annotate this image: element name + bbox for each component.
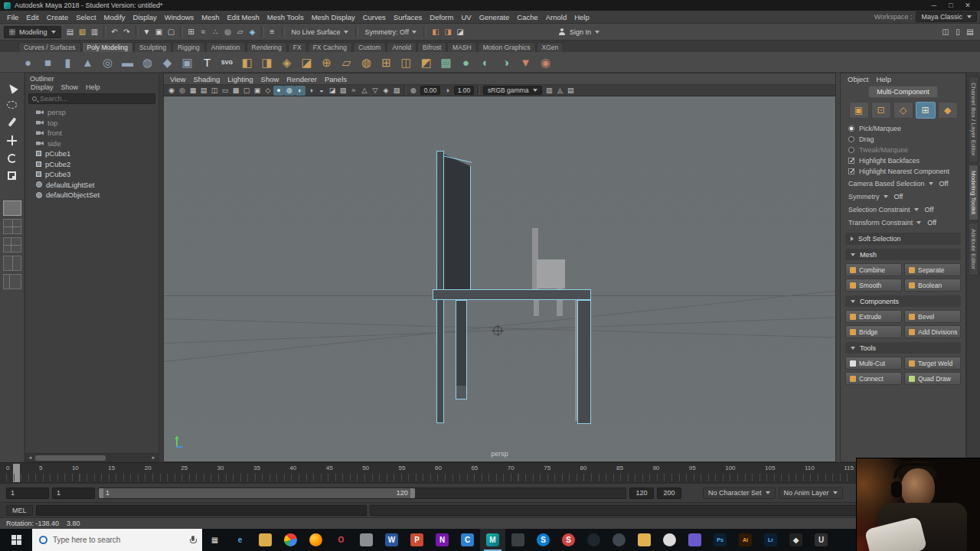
menu-item[interactable]: Deform: [426, 13, 457, 21]
layout-single-pane-button[interactable]: [3, 201, 21, 216]
shelf-tab-xgen[interactable]: XGen: [537, 42, 564, 52]
poly-disc-icon[interactable]: ◍: [138, 53, 157, 71]
camera-attributes-icon[interactable]: ▦: [188, 86, 198, 96]
anim-layer-select[interactable]: No Anim Layer: [779, 487, 843, 499]
outliner-menu-item[interactable]: Help: [82, 83, 104, 91]
character-set-select[interactable]: No Character Set: [703, 487, 776, 499]
symmetry-dropdown[interactable]: Symmetry Off: [841, 190, 965, 203]
bookmarks-icon[interactable]: ▤: [198, 86, 209, 96]
poly-sphere-icon[interactable]: ●: [18, 53, 38, 71]
exposure-icon[interactable]: ◍: [408, 86, 419, 96]
status-icon[interactable]: [180, 26, 183, 37]
shelf-tab-fx-caching[interactable]: FX Caching: [308, 42, 352, 52]
outliner-menu-item[interactable]: Show: [57, 83, 83, 91]
poly-cube-icon[interactable]: ■: [38, 53, 57, 71]
remesh-shelf-icon[interactable]: ◉: [536, 53, 555, 71]
time-ruler[interactable]: 0510152025303540455055606570758085909510…: [6, 463, 854, 483]
menu-item[interactable]: Cache: [513, 13, 541, 21]
onenote-icon[interactable]: N: [430, 529, 455, 551]
scrollbar-thumb[interactable]: [35, 455, 106, 461]
face-mode-icon[interactable]: ◆: [938, 102, 958, 119]
gamma-icon[interactable]: ◑: [442, 86, 452, 96]
edge-mode-icon[interactable]: ◇: [893, 102, 913, 119]
poly-torus-icon[interactable]: ◎: [98, 53, 117, 71]
shelf-tab-custom[interactable]: Custom: [353, 42, 386, 52]
combine-shelf-icon[interactable]: ▩: [436, 53, 456, 71]
add-divisions-shelf-icon[interactable]: ⊞: [377, 53, 396, 71]
shadows-icon[interactable]: ◑: [305, 86, 316, 96]
menu-item[interactable]: Select: [72, 13, 100, 21]
transform-constraint-dropdown[interactable]: Transform Constraint Off: [841, 216, 965, 229]
edge-icon[interactable]: e: [227, 529, 253, 551]
opera-icon[interactable]: O: [328, 529, 354, 551]
shaded-icon[interactable]: ●: [273, 86, 284, 96]
highlight-nearest-component-checkbox[interactable]: Highlight Nearest Component: [841, 166, 965, 177]
outliner-item-defaultobjectset[interactable]: defaultObjectSet: [36, 190, 158, 201]
menu-item[interactable]: Edit Mesh: [224, 13, 263, 21]
layout-four-pane-button[interactable]: [3, 219, 21, 234]
poly-text-icon[interactable]: T: [198, 53, 217, 71]
tweak-marquee-radio[interactable]: Tweak/Marquee: [841, 145, 965, 155]
extrude-shelf-icon[interactable]: ◧: [237, 53, 256, 71]
rotate-tool-icon[interactable]: [8, 154, 17, 163]
toggle-tool-settings-icon[interactable]: ▤: [964, 26, 976, 38]
toggle-attribute-editor-icon[interactable]: ▯: [952, 26, 964, 38]
xray-icon[interactable]: ▽: [370, 86, 381, 96]
illustrator-icon[interactable]: Ai: [733, 529, 758, 551]
boolean-difference-icon[interactable]: ◐: [476, 53, 495, 71]
scroll-right-arrow-icon[interactable]: ►: [149, 455, 158, 460]
ambient-occlusion-icon[interactable]: ◪: [327, 86, 338, 96]
components-section-header[interactable]: Components: [845, 295, 961, 307]
snap-center-icon[interactable]: ◎: [222, 26, 234, 38]
lightroom-icon[interactable]: Lr: [758, 529, 783, 551]
bevel-button[interactable]: Bevel: [904, 310, 961, 323]
toolkit-menu-item[interactable]: Help: [872, 75, 895, 83]
word-icon[interactable]: W: [379, 529, 404, 551]
layout-three-split-button[interactable]: [3, 237, 21, 253]
bridge-button[interactable]: Bridge: [845, 325, 902, 338]
file-explorer-icon[interactable]: [253, 529, 278, 551]
viewport-menu-item[interactable]: Lighting: [224, 75, 256, 83]
poly-platonic-icon[interactable]: ◆: [158, 53, 177, 71]
powerpoint-icon[interactable]: P: [404, 529, 430, 551]
menu-item[interactable]: Surfaces: [390, 13, 426, 21]
shelf-tab-arnold[interactable]: Arnold: [387, 42, 416, 52]
shelf-tab-rigging[interactable]: Rigging: [172, 42, 205, 52]
photoshop-icon[interactable]: Ps: [707, 529, 733, 551]
viewport-options-icon[interactable]: ▤: [565, 86, 576, 96]
undo-icon[interactable]: ↶: [109, 26, 121, 38]
poly-plane-icon[interactable]: ▬: [118, 53, 137, 71]
grid-toggle-icon[interactable]: ▧: [391, 86, 402, 96]
lights-icon[interactable]: ◐: [295, 86, 305, 96]
depth-of-field-icon[interactable]: ◒: [316, 86, 327, 96]
vscode-icon[interactable]: C: [455, 529, 480, 551]
svg-tool-icon[interactable]: SVG: [217, 53, 237, 71]
drag-radio[interactable]: Drag: [841, 134, 965, 145]
microphone-icon[interactable]: [190, 536, 195, 545]
menu-item[interactable]: Windows: [161, 13, 198, 21]
side-tab-attribute-editor[interactable]: Attribute Editor: [969, 223, 978, 276]
status-icon[interactable]: [136, 26, 139, 37]
menu-set-select[interactable]: Modeling: [4, 26, 61, 38]
boolean-intersection-icon[interactable]: ◑: [496, 53, 515, 71]
layout-outliner-persp-button[interactable]: [3, 274, 21, 289]
shelf-tab-poly-modeling[interactable]: Poly Modeling: [82, 42, 133, 52]
outliner-item-pcube1[interactable]: pCube1: [36, 148, 158, 159]
paint-select-tool-icon[interactable]: [8, 117, 16, 127]
safe-action-icon[interactable]: ▢: [241, 86, 252, 96]
outliner-item-pcube2[interactable]: pCube2: [36, 159, 158, 170]
generic-app-icon[interactable]: [354, 529, 379, 551]
exposure-field[interactable]: 0.00: [420, 86, 440, 95]
ipr-render-icon[interactable]: ◨: [442, 26, 454, 38]
shelf-tab-fx[interactable]: FX: [288, 42, 307, 52]
outliner-horizontal-scrollbar[interactable]: ◄ ►: [25, 453, 158, 461]
smooth-shelf-icon[interactable]: ◍: [357, 53, 376, 71]
close-button[interactable]: ✕: [959, 0, 976, 11]
separate-button[interactable]: Separate: [904, 263, 961, 276]
connect-button[interactable]: Connect: [845, 372, 902, 385]
firefox-icon[interactable]: [303, 529, 328, 551]
gamepad-icon[interactable]: [682, 529, 707, 551]
mel-command-input[interactable]: [36, 505, 367, 516]
smooth-button[interactable]: Smooth: [845, 279, 902, 292]
sign-in-button[interactable]: Sign In: [559, 28, 599, 36]
